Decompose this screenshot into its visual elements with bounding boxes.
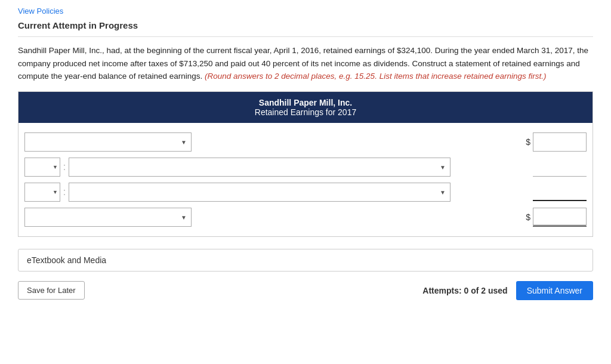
form-row-4: $: [24, 206, 587, 228]
row3-small-select[interactable]: [24, 183, 60, 202]
row4-dollar: $: [521, 212, 533, 222]
row3-amount-input[interactable]: [533, 183, 587, 201]
save-for-later-button[interactable]: Save for Later: [18, 281, 85, 300]
row3-small-select-wrapper: [24, 183, 60, 202]
etextbook-section[interactable]: eTextbook and Media: [18, 249, 593, 272]
row4-select[interactable]: [24, 208, 192, 227]
retained-earnings-table: Sandhill Paper Mill, Inc. Retained Earni…: [18, 91, 593, 237]
row3-mid-select-wrapper: [69, 183, 450, 202]
row2-divider: :: [60, 162, 69, 172]
row3-divider: :: [60, 187, 69, 198]
row2-mid-select-wrapper: [69, 158, 450, 177]
row1-dollar: $: [521, 137, 533, 147]
row2-amount-input[interactable]: [533, 158, 587, 177]
row4-amount-input[interactable]: [533, 208, 587, 227]
problem-text: Sandhill Paper Mill, Inc., had, at the b…: [18, 44, 593, 83]
row4-select-wrapper: [24, 208, 192, 227]
form-row-1: $: [24, 131, 587, 153]
row3-right: [533, 183, 587, 201]
problem-text-italic: (Round answers to 2 decimal places, e.g.…: [205, 72, 547, 81]
row2-small-select[interactable]: [24, 158, 60, 177]
row3-mid-select[interactable]: [69, 183, 450, 202]
company-name: Sandhill Paper Mill, Inc.: [23, 98, 588, 107]
form-grid: $ :: [18, 123, 593, 236]
attempts-text: Attempts: 0 of 2 used: [422, 286, 507, 295]
report-title: Retained Earnings for 2017: [23, 107, 588, 117]
view-policies-link[interactable]: View Policies: [18, 7, 63, 16]
form-row-3: :: [24, 181, 587, 203]
row1-select[interactable]: [24, 132, 192, 152]
row1-amount-input[interactable]: [533, 132, 587, 152]
row2-right: [533, 158, 587, 177]
table-header: Sandhill Paper Mill, Inc. Retained Earni…: [18, 92, 593, 123]
row1-right-group: $: [521, 132, 587, 152]
bottom-bar: Save for Later Attempts: 0 of 2 used Sub…: [18, 281, 593, 300]
row1-select-wrapper: [24, 132, 192, 152]
row2-mid-select[interactable]: [69, 158, 450, 177]
bottom-right-group: Attempts: 0 of 2 used Submit Answer: [422, 281, 593, 300]
form-row-2: :: [24, 156, 587, 178]
row4-right-group: $: [521, 208, 587, 227]
row2-small-select-wrapper: [24, 158, 60, 177]
current-attempt-heading: Current Attempt in Progress: [18, 20, 593, 37]
submit-answer-button[interactable]: Submit Answer: [516, 281, 593, 300]
